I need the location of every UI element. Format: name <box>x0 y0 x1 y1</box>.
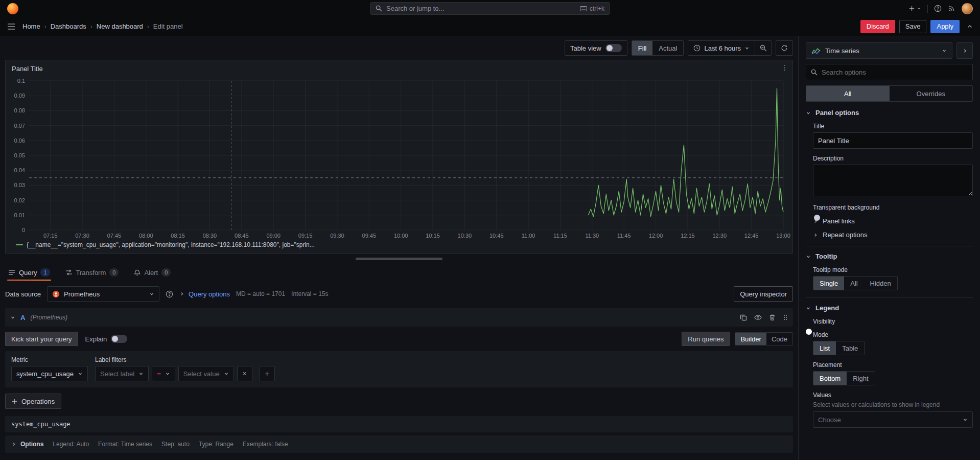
discard-button[interactable]: Discard <box>860 20 895 33</box>
panel-description-input[interactable] <box>813 165 973 196</box>
tab-query[interactable]: Query 1 <box>7 263 51 282</box>
duplicate-query-icon[interactable] <box>740 314 747 321</box>
hide-query-icon[interactable] <box>754 314 762 320</box>
svg-text:0.01: 0.01 <box>14 212 25 218</box>
legend-placement-label: Placement <box>813 361 973 369</box>
actual-mode-option[interactable]: Actual <box>652 41 683 55</box>
svg-text:07:45: 07:45 <box>107 233 122 239</box>
collapse-options-pane-button[interactable] <box>956 42 973 59</box>
refresh-button[interactable] <box>776 40 792 56</box>
search-input[interactable] <box>386 5 576 12</box>
query-row-header: A (Prometheus) <box>5 308 793 327</box>
apply-button[interactable]: Apply <box>930 20 960 33</box>
tab-transform[interactable]: Transform 0 <box>64 263 120 282</box>
menu-toggle-icon[interactable] <box>7 23 15 30</box>
tab-alert[interactable]: Alert 0 <box>133 263 172 282</box>
breadcrumb-edit-panel: Edit panel <box>153 22 183 30</box>
time-range-picker[interactable]: Last 6 hours <box>688 40 755 56</box>
breadcrumb-new-dashboard[interactable]: New dashboard <box>97 22 143 30</box>
svg-text:08:45: 08:45 <box>235 233 249 239</box>
collapse-query-icon[interactable] <box>10 315 15 320</box>
zoom-out-button[interactable] <box>755 40 771 56</box>
save-button[interactable]: Save <box>899 20 927 33</box>
builder-mode-option[interactable]: Builder <box>735 333 766 345</box>
select-value-dropdown[interactable]: Select value <box>178 366 234 381</box>
tooltip-mode-hidden[interactable]: Hidden <box>864 277 897 290</box>
svg-text:12:00: 12:00 <box>649 233 663 239</box>
datasource-help-icon[interactable] <box>166 290 173 298</box>
label-filters-label: Label filters <box>95 356 275 363</box>
avatar[interactable] <box>962 3 973 14</box>
operator-dropdown[interactable]: = <box>152 366 175 381</box>
svg-text:07:15: 07:15 <box>43 233 58 239</box>
tab-label: Alert <box>144 269 158 277</box>
svg-text:13:00: 13:00 <box>776 233 790 239</box>
new-button[interactable] <box>908 5 921 12</box>
series-label[interactable]: {__name__="system_cpu_usage", applicatio… <box>27 241 315 248</box>
breadcrumb-dashboards[interactable]: Dashboards <box>51 22 86 30</box>
legend-mode-table[interactable]: Table <box>836 341 864 355</box>
kickstart-button[interactable]: Kick start your query <box>5 332 78 346</box>
query-inspector-button[interactable]: Query inspector <box>734 286 793 302</box>
visualization-picker[interactable]: Time series <box>806 42 952 59</box>
svg-text:10:30: 10:30 <box>458 233 472 239</box>
code-mode-option[interactable]: Code <box>766 333 792 345</box>
add-filter-button[interactable]: + <box>260 366 275 381</box>
breadcrumb-separator: › <box>90 23 92 30</box>
panel-menu-icon[interactable]: ⋮ <box>781 63 788 72</box>
tooltip-mode-all[interactable]: All <box>844 277 864 290</box>
options-toggle[interactable]: Options <box>11 441 43 448</box>
tab-overrides[interactable]: Overrides <box>890 86 973 101</box>
tab-all[interactable]: All <box>806 86 890 101</box>
options-search[interactable] <box>806 64 973 80</box>
tooltip-header[interactable]: Tooltip <box>806 252 973 260</box>
news-icon[interactable] <box>948 5 955 12</box>
panel-options-header[interactable]: Panel options <box>806 109 973 117</box>
panel-title-input[interactable] <box>813 132 973 149</box>
drag-handle-icon[interactable] <box>783 314 788 321</box>
query-options-toggle[interactable]: Query options <box>179 290 230 298</box>
metric-field: Metric system_cpu_usage <box>11 356 88 381</box>
time-series-chart[interactable]: 00.010.020.030.040.050.060.070.080.090.1… <box>6 77 792 240</box>
metric-select[interactable]: system_cpu_usage <box>11 366 88 381</box>
help-icon[interactable] <box>934 5 942 12</box>
run-queries-button[interactable]: Run queries <box>682 332 730 346</box>
svg-text:10:15: 10:15 <box>426 233 440 239</box>
search-bar[interactable]: ctrl+k <box>370 2 610 15</box>
svg-text:09:15: 09:15 <box>298 233 313 239</box>
datasource-select[interactable]: Prometheus <box>47 286 159 302</box>
keyboard-icon <box>580 6 587 11</box>
svg-text:08:00: 08:00 <box>139 233 153 239</box>
grafana-logo[interactable] <box>7 3 18 14</box>
pane-resize-handle[interactable] <box>356 258 442 260</box>
collapse-up-icon[interactable] <box>967 24 973 30</box>
table-view-toggle[interactable] <box>605 44 622 52</box>
select-label-dropdown[interactable]: Select label <box>95 366 149 381</box>
legend-placement-bottom[interactable]: Bottom <box>813 372 847 385</box>
panel-links-toggle[interactable]: Panel links <box>813 217 973 225</box>
tooltip-mode-single[interactable]: Single <box>813 277 844 290</box>
chevron-down-icon <box>963 417 968 422</box>
breadcrumb-home[interactable]: Home <box>22 22 40 30</box>
legend-mode-list[interactable]: List <box>813 341 836 355</box>
datasource-name: Prometheus <box>64 290 145 298</box>
trash-icon[interactable] <box>769 314 776 321</box>
repeat-options-toggle[interactable]: Repeat options <box>813 231 973 239</box>
query-options-summary: Options Legend: Auto Format: Time series… <box>5 435 793 453</box>
legend-placement-right[interactable]: Right <box>847 372 874 385</box>
refresh-icon <box>781 44 788 52</box>
svg-text:11:30: 11:30 <box>585 233 599 239</box>
operations-button[interactable]: Operations <box>5 394 61 409</box>
chevron-down-icon <box>165 371 170 376</box>
tooltip-mode-label: Tooltip mode <box>813 266 973 273</box>
fill-mode-option[interactable]: Fill <box>632 41 653 55</box>
legend-placement-group: Bottom Right <box>813 371 875 385</box>
operator-value: = <box>157 370 161 378</box>
svg-text:11:15: 11:15 <box>553 233 567 239</box>
options-search-input[interactable] <box>822 68 968 76</box>
search-icon <box>811 69 818 76</box>
legend-header[interactable]: Legend <box>806 304 973 312</box>
legend-values-select[interactable]: Choose <box>813 411 973 428</box>
remove-filter-button[interactable]: × <box>237 366 252 381</box>
explain-toggle[interactable] <box>111 335 127 343</box>
